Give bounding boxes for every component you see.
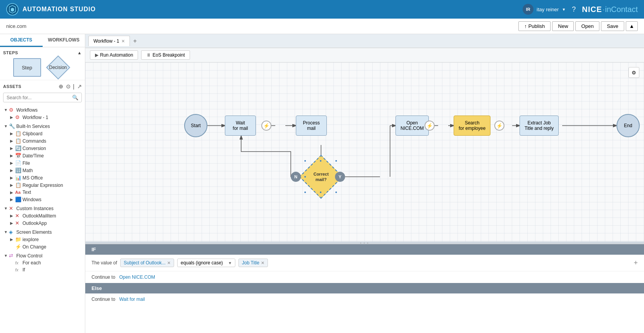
search-input[interactable] bbox=[7, 95, 72, 100]
tree-arrow-icon: ▼ bbox=[4, 108, 8, 112]
continue-wait-link[interactable]: Wait for mail bbox=[119, 297, 145, 302]
condition-prefix: The value of bbox=[92, 260, 117, 266]
user-chevron-icon: ▼ bbox=[562, 7, 566, 12]
else-header: Else bbox=[85, 283, 644, 293]
tree-workflow1-row[interactable]: ▶ ⚙ Workflow - 1 bbox=[9, 114, 82, 121]
connector-lightning-1[interactable]: ⚡ bbox=[261, 121, 271, 131]
tree-text[interactable]: ▶ Aa Text bbox=[9, 189, 82, 196]
value-chip-close-icon[interactable]: ✕ bbox=[261, 261, 264, 266]
condition-row: The value of Subject of Outlook... ✕ equ… bbox=[85, 255, 644, 271]
new-button[interactable]: New bbox=[552, 21, 574, 31]
assets-header: ASSETS ⊕ ⊙ | ↗ bbox=[3, 83, 82, 90]
collapse-icon: ▲ bbox=[629, 23, 634, 29]
condition-value-chip[interactable]: Job Title ✕ bbox=[238, 259, 268, 267]
tree-datetime[interactable]: ▶ 📅 Date/Time bbox=[9, 152, 82, 159]
add-condition-icon[interactable]: + bbox=[634, 259, 638, 267]
tree-flowcontrol-row[interactable]: ▼ ⇄ Flow Control bbox=[3, 252, 82, 259]
collapse-button[interactable]: ▲ bbox=[626, 21, 638, 31]
asset-tree: ▼ ⚙ Workflows ▶ ⚙ Workflow - 1 bbox=[3, 105, 82, 274]
tree-builtin-row[interactable]: ▼ 🔧 Built-In Services bbox=[3, 123, 82, 130]
tab-workflows[interactable]: WORKFLOWS bbox=[43, 34, 85, 47]
header-right: IR itay reiner ▼ ? NICE · inContact bbox=[523, 4, 638, 15]
field-chip-close-icon[interactable]: ✕ bbox=[167, 261, 171, 266]
search-icon: 🔍 bbox=[72, 95, 78, 100]
tree-workflows-icon: ⚙ bbox=[9, 107, 15, 113]
tab-add-icon[interactable]: + bbox=[131, 37, 139, 45]
tree-commands[interactable]: ▶ 📋 Commands bbox=[9, 137, 82, 145]
run-automation-button[interactable]: ▶ Run Automation bbox=[90, 50, 138, 60]
tree-if[interactable]: fx If bbox=[9, 266, 82, 273]
sidebar-tabs: OBJECTS WORKFLOWS bbox=[0, 34, 85, 47]
node-correct-mail[interactable]: Correct mail? bbox=[306, 161, 337, 192]
tree-screen-row[interactable]: ▼ ◈ Screen Elements bbox=[3, 228, 82, 236]
continue-to-open: Continue to Open NICE.COM bbox=[85, 271, 644, 283]
assets-link-icon[interactable]: ⊕ bbox=[59, 83, 64, 90]
tree-outlookmail[interactable]: ▶ ✕ OutlookMailItem bbox=[9, 212, 82, 219]
node-start[interactable]: Start bbox=[184, 114, 207, 137]
workflow-toolbar: ▶ Run Automation ⏸ EoS Breakpoint bbox=[85, 48, 644, 62]
tree-workflows-row[interactable]: ▼ ⚙ Workflows bbox=[3, 106, 82, 114]
tree-math[interactable]: ▶ 🔢 Math bbox=[9, 167, 82, 174]
canvas-area[interactable]: ⚙ bbox=[85, 62, 644, 242]
assets-export-icon[interactable]: ↗ bbox=[77, 83, 82, 90]
step-template[interactable]: Step bbox=[13, 58, 41, 77]
user-menu[interactable]: IR itay reiner ▼ bbox=[523, 4, 566, 15]
tree-clipboard[interactable]: ▶ 📋 Clipboard bbox=[9, 130, 82, 137]
eos-breakpoint-button[interactable]: ⏸ EoS Breakpoint bbox=[141, 50, 190, 60]
publish-button[interactable]: ↑ Publish bbox=[518, 21, 551, 31]
tree-custom-row[interactable]: ▼ ✕ Custom Instances bbox=[3, 205, 82, 212]
assets-target-icon[interactable]: ⊙ bbox=[66, 83, 71, 90]
continue-open-link[interactable]: Open NICE.COM bbox=[119, 274, 155, 280]
app-header: AUTOMATION STUDIO IR itay reiner ▼ ? NIC… bbox=[0, 0, 644, 19]
tree-conversion[interactable]: ▶ 🔄 Conversion bbox=[9, 145, 82, 152]
arrows-svg bbox=[85, 62, 644, 242]
tree-windows[interactable]: ▶ 🟦 Windows bbox=[9, 196, 82, 203]
tree-custom: ▼ ✕ Custom Instances ▶ ✕ OutlookMailItem… bbox=[3, 204, 82, 228]
save-button[interactable]: Save bbox=[601, 21, 624, 31]
connector-y[interactable]: Y bbox=[335, 172, 345, 182]
tab-bar: Workflow - 1 ✕ + bbox=[85, 34, 644, 48]
tab-objects[interactable]: OBJECTS bbox=[0, 34, 43, 47]
connector-n[interactable]: N bbox=[291, 172, 301, 182]
node-search-employee[interactable]: Search for employee bbox=[454, 116, 490, 136]
tree-file[interactable]: ▶ 📄 File bbox=[9, 159, 82, 167]
tree-regex[interactable]: ▶ 📋 Regular Expression bbox=[9, 181, 82, 189]
content-area: Workflow - 1 ✕ + ▶ Run Automation ⏸ EoS … bbox=[85, 34, 644, 333]
tree-iexplore[interactable]: ▶ 📁 iexplore bbox=[9, 236, 82, 243]
continue-to-wait: Continue to Wait for mail bbox=[85, 293, 644, 305]
help-icon[interactable]: ? bbox=[572, 5, 576, 14]
tree-flowcontrol: ▼ ⇄ Flow Control fx For each fx bbox=[3, 251, 82, 274]
canvas-settings-icon[interactable]: ⚙ bbox=[628, 67, 639, 78]
steps-grid: Step Decision bbox=[3, 58, 82, 77]
tree-outlookapp[interactable]: ▶ ✕ OutlookApp bbox=[9, 219, 82, 227]
nice-logo: NICE · inContact bbox=[582, 5, 638, 14]
tree-onchange[interactable]: ⚡ On Change bbox=[9, 243, 82, 250]
tab-close-icon[interactable]: ✕ bbox=[121, 39, 125, 44]
lightning-icon: ⚡ bbox=[263, 123, 269, 129]
node-open-nice[interactable]: Open NICE.COM bbox=[395, 116, 429, 136]
connector-lightning-2[interactable]: ⚡ bbox=[425, 121, 435, 131]
open-button[interactable]: Open bbox=[575, 21, 599, 31]
tree-msoffice[interactable]: ▶ 📊 MS Office bbox=[9, 174, 82, 181]
user-name: itay reiner bbox=[537, 7, 559, 12]
node-extract-job[interactable]: Extract Job Title and reply bbox=[520, 116, 559, 136]
tree-workflows-label: Workflows bbox=[16, 107, 38, 113]
operator-chevron-icon: ▼ bbox=[228, 261, 232, 265]
decision-template[interactable]: Decision bbox=[44, 58, 72, 77]
app-title: AUTOMATION STUDIO bbox=[22, 6, 96, 13]
assets-icons: ⊕ ⊙ | ↗ bbox=[59, 83, 82, 90]
node-wait-for-mail[interactable]: Wait for mail bbox=[225, 116, 256, 136]
condition-operator-select[interactable]: equals (ignore case) ▼ bbox=[177, 259, 235, 267]
node-end[interactable]: End bbox=[616, 114, 640, 137]
connector-lightning-3[interactable]: ⚡ bbox=[494, 121, 504, 131]
header-left: AUTOMATION STUDIO bbox=[6, 3, 96, 16]
workflow-tab[interactable]: Workflow - 1 ✕ bbox=[88, 36, 130, 46]
tree-foreach[interactable]: fx For each bbox=[9, 259, 82, 266]
steps-collapse-icon[interactable]: ▲ bbox=[78, 50, 82, 55]
bottom-panel: IF The value of Subject of Outlook... ✕ … bbox=[85, 244, 644, 333]
tree-builtin: ▼ 🔧 Built-In Services ▶ 📋 Clipboard ▶ 📋 bbox=[3, 122, 82, 204]
lightning-icon-3: ⚡ bbox=[496, 123, 502, 129]
condition-field-chip[interactable]: Subject of Outlook... ✕ bbox=[120, 259, 174, 267]
lightning-icon-2: ⚡ bbox=[426, 123, 433, 129]
node-process-mail[interactable]: Process mail bbox=[296, 116, 327, 136]
